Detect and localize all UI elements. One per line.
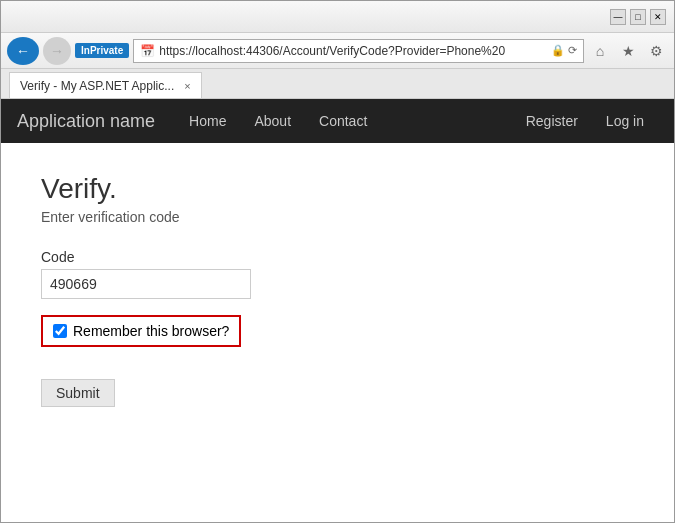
page-subtitle: Enter verification code <box>41 209 634 225</box>
remember-browser-wrapper: Remember this browser? <box>41 315 634 363</box>
nav-link-contact[interactable]: Contact <box>305 101 381 141</box>
window-controls: — □ ✕ <box>610 9 666 25</box>
refresh-icon[interactable]: ⟳ <box>568 44 577 57</box>
lock-icon: 🔒 <box>551 44 565 57</box>
remember-browser-label[interactable]: Remember this browser? <box>41 315 241 347</box>
nav-link-home[interactable]: Home <box>175 101 240 141</box>
tab-title: Verify - My ASP.NET Applic... <box>20 79 174 93</box>
code-form-group: Code <box>41 249 634 299</box>
back-button[interactable]: ← <box>7 37 39 65</box>
address-icons: 🔒 ⟳ <box>551 44 577 57</box>
inprivate-badge: InPrivate <box>75 43 129 58</box>
minimize-button[interactable]: — <box>610 9 626 25</box>
app-navbar: Application name Home About Contact Regi… <box>1 99 674 143</box>
home-icon[interactable]: ⌂ <box>588 39 612 63</box>
url-text: https://localhost:44306/Account/VerifyCo… <box>159 44 547 58</box>
tab-close-button[interactable]: × <box>184 80 190 92</box>
settings-icon[interactable]: ⚙ <box>644 39 668 63</box>
submit-button[interactable]: Submit <box>41 379 115 407</box>
browser-window: — □ ✕ ← → InPrivate 📅 https://localhost:… <box>0 0 675 523</box>
favorites-icon[interactable]: ★ <box>616 39 640 63</box>
app-brand[interactable]: Application name <box>17 111 175 132</box>
maximize-button[interactable]: □ <box>630 9 646 25</box>
page-title: Verify. <box>41 173 634 205</box>
address-bar[interactable]: 📅 https://localhost:44306/Account/Verify… <box>133 39 584 63</box>
nav-link-register[interactable]: Register <box>512 101 592 141</box>
code-input[interactable] <box>41 269 251 299</box>
nav-link-about[interactable]: About <box>240 101 305 141</box>
tab-bar: Verify - My ASP.NET Applic... × <box>1 69 674 99</box>
remember-browser-checkbox[interactable] <box>53 324 67 338</box>
code-label: Code <box>41 249 634 265</box>
forward-button[interactable]: → <box>43 37 71 65</box>
page-content: Verify. Enter verification code Code Rem… <box>1 143 674 522</box>
active-tab[interactable]: Verify - My ASP.NET Applic... × <box>9 72 202 98</box>
title-bar: — □ ✕ <box>1 1 674 33</box>
nav-link-login[interactable]: Log in <box>592 101 658 141</box>
app-nav-right: Register Log in <box>512 101 658 141</box>
remember-browser-text: Remember this browser? <box>73 323 229 339</box>
browser-nav-icons: ⌂ ★ ⚙ <box>588 39 668 63</box>
nav-bar: ← → InPrivate 📅 https://localhost:44306/… <box>1 33 674 69</box>
app-nav-links: Home About Contact <box>175 101 381 141</box>
close-button[interactable]: ✕ <box>650 9 666 25</box>
